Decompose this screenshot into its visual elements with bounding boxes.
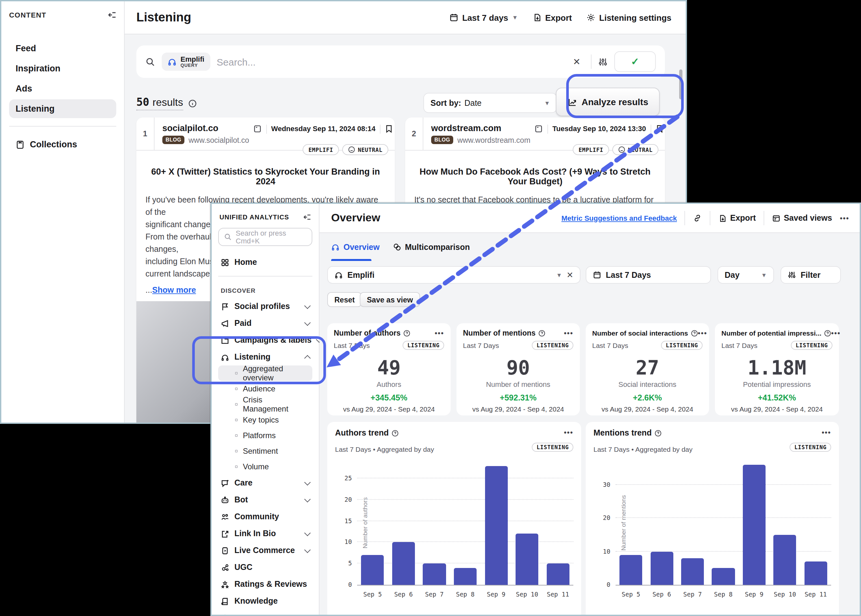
mentions-trend-chart[interactable]: Mentions trend ••• Last 7 Days • Aggrega… — [586, 422, 839, 615]
tab-overview[interactable]: Overview — [331, 242, 379, 251]
export-label: Export — [545, 13, 572, 22]
help-icon[interactable] — [654, 429, 661, 437]
metric-card-interactions[interactable]: Number of social interactions ••• Last 7… — [586, 323, 709, 415]
nav-ugc[interactable]: UGC — [218, 559, 312, 576]
bar — [485, 466, 507, 585]
search-input[interactable]: Search... — [217, 56, 562, 67]
search-filters-icon[interactable] — [598, 57, 608, 66]
nav-home[interactable]: Home — [218, 254, 312, 271]
saved-views-button[interactable]: Saved views — [772, 214, 832, 223]
result-domain[interactable]: socialpilot.co — [162, 123, 249, 133]
nav-platforms[interactable]: Platforms — [218, 428, 312, 443]
analytics-window: UNIFIED ANALYTICS Search or press Cmd+K … — [210, 203, 861, 616]
metric-card-impressions[interactable]: Number of potential impressi... ••• Last… — [715, 323, 839, 415]
nav-audience[interactable]: Audience — [218, 381, 312, 397]
sidebar-item-feed[interactable]: Feed — [9, 39, 116, 58]
listening-search-bar[interactable]: Emplifi QUERY Search... ✕ ✓ — [136, 46, 665, 78]
info-icon — [188, 99, 197, 107]
help-icon[interactable] — [538, 329, 545, 336]
export-button[interactable]: Export — [718, 214, 756, 223]
bar-slot — [708, 568, 739, 585]
x-tick-label: Sep 6 — [388, 591, 419, 598]
metric-compare: vs Aug 29, 2024 - Sep 4, 2024 — [463, 405, 573, 413]
sidebar-item-listening[interactable]: Listening — [9, 99, 116, 118]
community-icon — [221, 512, 229, 521]
query-select[interactable]: Emplifi ▼ ✕ — [327, 266, 581, 284]
more-menu-icon[interactable]: ••• — [840, 214, 849, 222]
collapse-sidebar-icon[interactable] — [302, 213, 311, 222]
listening-settings-button[interactable]: Listening settings — [586, 13, 671, 22]
apply-query-button[interactable]: ✓ — [614, 51, 656, 72]
nav-live-commerce[interactable]: Live Commerce — [218, 542, 312, 559]
clear-search-icon[interactable]: ✕ — [569, 57, 584, 67]
result-url: www.wordstream.com — [458, 136, 530, 144]
granularity-select[interactable]: Day ▼ — [718, 266, 774, 284]
export-button[interactable]: Export — [532, 13, 572, 22]
bar — [743, 465, 765, 585]
nav-paid[interactable]: Paid — [218, 315, 312, 332]
authors-trend-chart[interactable]: Authors trend ••• Last 7 Days • Aggregat… — [327, 422, 581, 615]
nav-volume[interactable]: Volume — [218, 459, 312, 475]
card-menu-icon[interactable]: ••• — [698, 329, 707, 337]
result-title[interactable]: How Much Do Facebook Ads Cost? (+9 Ways … — [414, 167, 656, 186]
clear-query-icon[interactable]: ✕ — [567, 270, 573, 280]
back-window-scrollbar[interactable] — [679, 69, 682, 99]
sort-by-select[interactable]: Sort by: Date ▼ — [423, 93, 557, 113]
nav-ratings-reviews[interactable]: Ratings & Reviews — [218, 576, 312, 592]
result-title[interactable]: 60+ X (Twitter) Statistics to Skyrocket … — [145, 167, 386, 186]
sidebar-item-inspiration[interactable]: Inspiration — [9, 59, 116, 78]
bullet-icon — [235, 450, 238, 453]
nav-listening[interactable]: Listening — [218, 349, 312, 365]
card-menu-icon[interactable]: ••• — [564, 329, 573, 337]
filter-button[interactable]: Filter — [781, 266, 841, 284]
nav-knowledge[interactable]: Knowledge — [218, 592, 312, 610]
tab-multicomparison[interactable]: Multicomparison — [392, 242, 470, 251]
bookmark-icon[interactable] — [386, 125, 393, 133]
bot-icon — [221, 496, 229, 504]
bar — [712, 568, 735, 585]
collections-icon — [16, 140, 25, 149]
calendar-icon — [593, 271, 601, 279]
result-domain[interactable]: wordstream.com — [431, 123, 530, 133]
sidebar-item-ads[interactable]: Ads — [9, 79, 116, 98]
help-icon[interactable] — [391, 429, 398, 437]
nav-crisis-management[interactable]: Crisis Management — [218, 397, 312, 412]
help-icon[interactable] — [691, 329, 698, 336]
date-range-select[interactable]: Last 7 Days — [586, 266, 711, 284]
help-icon[interactable] — [824, 329, 831, 336]
save-as-view-button[interactable]: Save as view — [360, 292, 420, 307]
nav-link-in-bio[interactable]: Link In Bio — [218, 525, 312, 542]
metric-label: Number of mentions — [463, 380, 573, 388]
analytics-search-input[interactable]: Search or press Cmd+K — [218, 228, 312, 246]
nav-home-label: Home — [235, 258, 310, 267]
collapse-sidebar-icon[interactable] — [107, 10, 116, 19]
bookmark-icon[interactable] — [656, 125, 664, 133]
share-link-icon[interactable] — [693, 214, 702, 223]
nav-campaigns-labels[interactable]: Campaigns & labels — [218, 332, 312, 349]
nav-social-profiles[interactable]: Social profiles — [218, 298, 312, 315]
post-type-icon — [253, 125, 261, 133]
card-menu-icon[interactable]: ••• — [435, 329, 444, 337]
metric-suggestions-link[interactable]: Metric Suggestions and Feedback — [561, 214, 677, 222]
card-menu-icon[interactable]: ••• — [831, 329, 841, 337]
y-tick-label: 20 — [603, 514, 610, 522]
analyze-results-button[interactable]: Analyze results — [556, 88, 660, 116]
nav-bot[interactable]: Bot — [218, 491, 312, 508]
metric-card-mentions[interactable]: Number of mentions ••• Last 7 DaysLISTEN… — [456, 323, 580, 415]
date-range-selector[interactable]: Last 7 days ▼ — [449, 13, 518, 22]
help-icon[interactable] — [403, 329, 410, 336]
headphones-icon — [167, 57, 176, 66]
card-menu-icon[interactable]: ••• — [564, 428, 573, 436]
nav-community[interactable]: Community — [218, 508, 312, 525]
query-chip[interactable]: Emplifi QUERY — [162, 53, 210, 71]
card-menu-icon[interactable]: ••• — [822, 428, 831, 436]
metric-card-authors[interactable]: Number of authors ••• Last 7 DaysLISTENI… — [327, 323, 451, 415]
metric-delta: +345.45% — [334, 393, 444, 402]
reset-button[interactable]: Reset — [327, 292, 362, 307]
nav-aggregated-overview[interactable]: Aggregated overview — [218, 365, 312, 381]
nav-agent[interactable]: Agent — [218, 610, 312, 616]
nav-care[interactable]: Care — [218, 475, 312, 491]
nav-key-topics[interactable]: Key topics — [218, 412, 312, 428]
sidebar-item-collections[interactable]: Collections — [9, 136, 116, 153]
nav-sentiment[interactable]: Sentiment — [218, 443, 312, 459]
